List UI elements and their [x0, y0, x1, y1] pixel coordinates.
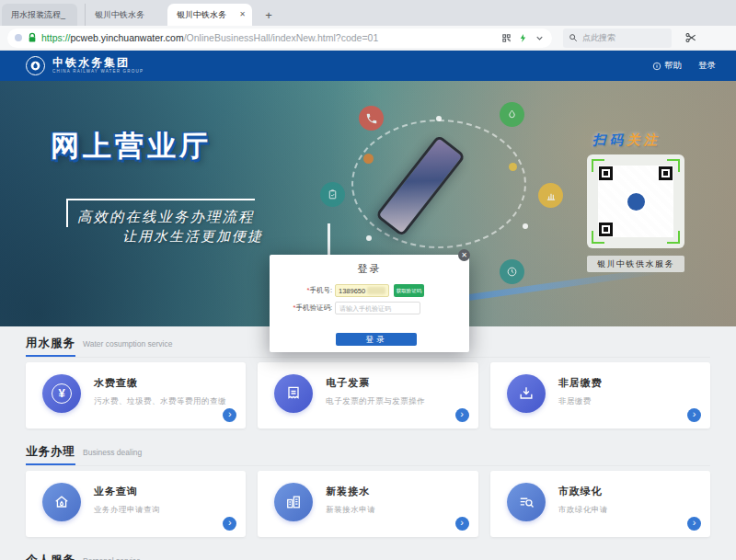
section-header-business: 业务办理 Business dealing [26, 444, 710, 466]
phone-value: 1389650 [339, 287, 365, 295]
clipboard-check-icon [320, 182, 345, 207]
section-title: 业务办理 [26, 444, 75, 465]
yellow-dot [509, 163, 517, 171]
qr-bracket [667, 159, 680, 172]
bar-chart-icon [538, 183, 563, 208]
url-scheme: https [41, 32, 63, 43]
phone-label-text: 手机号: [309, 286, 332, 294]
card-desc: 污水费、垃圾费、水费等费用的查缴 [94, 396, 226, 407]
url-path: /OnlineBusinessHall/indexNew.html?code=0… [184, 32, 379, 43]
login-label: 登录 [698, 60, 716, 72]
yuan-icon: ¥ [42, 374, 81, 413]
brand-name-en: CHINA RAILWAY WATER GROUP [52, 69, 144, 74]
browser-tab-bar: 用水报装流程_ 银川中铁水务 银川中铁水务 ✕ + [0, 0, 736, 26]
redacted-digits [367, 287, 385, 294]
scan-label: 扫码 [592, 132, 627, 147]
card-title: 新装接水 [326, 485, 375, 498]
qr-bracket [592, 159, 604, 172]
clock-icon [500, 259, 524, 284]
chevron-right-icon[interactable]: › [687, 408, 701, 422]
login-submit-button[interactable]: 登录 [336, 333, 417, 346]
water-drop-icon [500, 102, 524, 127]
qr-grid-icon[interactable] [501, 33, 512, 43]
card-water-fee[interactable]: ¥ 水费查缴 污水费、垃圾费、水费等费用的查缴 › [26, 362, 246, 429]
modal-close-icon[interactable]: ✕ [458, 249, 470, 261]
qr-center-logo [626, 191, 647, 212]
qr-bracket [592, 231, 604, 244]
card-desc: 业务办理申请查询 [94, 505, 160, 516]
qr-code-panel [587, 154, 684, 248]
white-dot [366, 235, 372, 241]
qr-code-image [598, 166, 673, 237]
chevron-right-icon[interactable]: › [223, 517, 236, 531]
new-tab-button[interactable]: + [258, 6, 280, 26]
browser-tab-active[interactable]: 银川中铁水务 ✕ [167, 4, 252, 26]
tab-label: 银川中铁水务 [177, 9, 226, 21]
brand: 中铁水务集团 CHINA RAILWAY WATER GROUP [52, 57, 144, 74]
header-login-link[interactable]: 登录 [698, 60, 716, 72]
browser-search-box[interactable] [563, 29, 672, 48]
tab-label: 用水报装流程_ [11, 9, 65, 21]
browser-tab-1[interactable]: 用水报装流程_ [2, 4, 77, 26]
phone-label: *手机号: [270, 286, 332, 295]
search-icon [569, 33, 578, 42]
help-label: 帮助 [664, 60, 682, 72]
qr-caption: 银川中铁供水服务 [587, 256, 684, 272]
verification-code-input[interactable] [335, 302, 420, 314]
lock-icon [28, 32, 37, 43]
card-desc: 新装接水申请 [326, 505, 375, 516]
chevron-right-icon[interactable]: › [223, 408, 236, 422]
url-text: https://pcweb.yinchuanwater.com/OnlineBu… [41, 32, 496, 43]
site-header: 中铁水务集团 CHINA RAILWAY WATER GROUP 帮助 登录 [0, 51, 736, 81]
card-title: 非居缴费 [558, 376, 603, 390]
browser-tab-2[interactable]: 银川中铁水务 [85, 4, 162, 26]
scan-follow-title: 扫码关注 [592, 131, 661, 149]
phone-input[interactable]: 1389650 [335, 284, 389, 297]
main-content: 用水服务 Water cosumption service ¥ 水费查缴 污水费… [0, 326, 736, 560]
info-icon [652, 62, 661, 71]
invoice-icon [274, 374, 313, 413]
follow-label: 关注 [627, 132, 661, 147]
crw-logo-icon [26, 56, 45, 75]
hero-title: 网上营业厅 [51, 127, 212, 166]
card-business-query[interactable]: 业务查询 业务办理申请查询 › [26, 471, 246, 537]
chevron-right-icon[interactable]: › [455, 408, 469, 422]
login-modal: ✕ 登录 *手机号: 1389650 获取验证码 *手机验证码: 登录 [270, 255, 469, 352]
buildings-icon [274, 483, 313, 521]
help-link[interactable]: 帮助 [652, 60, 682, 72]
hero-subtitle-1: 高效的在线业务办理流程 [66, 199, 255, 227]
section-subtitle: Water cosumption service [83, 339, 172, 349]
card-title: 电子发票 [326, 376, 425, 390]
chevron-down-icon[interactable] [535, 33, 545, 43]
card-row-water: ¥ 水费查缴 污水费、垃圾费、水费等费用的查缴 › 电子发票 电子发票的开票与发… [26, 362, 710, 429]
code-label-text: 手机验证码: [295, 303, 332, 312]
card-desc: 非居缴费 [558, 396, 603, 407]
url-separator: :// [63, 32, 71, 43]
scissors-icon[interactable] [684, 31, 697, 44]
card-desc: 电子发票的开票与发票操作 [326, 396, 425, 407]
tab-close-icon[interactable]: ✕ [237, 9, 247, 19]
chevron-right-icon[interactable]: › [455, 517, 469, 531]
code-label: *手机验证码: [270, 303, 332, 313]
card-title: 水费查缴 [94, 376, 226, 390]
address-bar[interactable]: https://pcweb.yinchuanwater.com/OnlineBu… [7, 29, 552, 48]
hero-decoration-bar [328, 223, 330, 255]
lightning-icon[interactable] [518, 33, 528, 43]
search-list-icon [507, 483, 546, 521]
card-e-invoice[interactable]: 电子发票 电子发票的开票与发票操作 › [258, 362, 477, 429]
url-domain: pcweb.yinchuanwater.com [71, 32, 184, 43]
section-subtitle: Personal service [83, 556, 141, 560]
card-new-connection[interactable]: 新装接水 新装接水申请 › [258, 471, 477, 537]
card-title: 市政绿化 [558, 485, 608, 498]
chevron-right-icon[interactable]: › [687, 517, 701, 531]
site-icon [15, 34, 22, 41]
section-title: 个人服务 [26, 553, 75, 560]
browser-toolbar: https://pcweb.yinchuanwater.com/OnlineBu… [0, 26, 736, 51]
card-municipal-greening[interactable]: 市政绿化 市政绿化申请 › [490, 471, 710, 537]
search-input[interactable] [582, 33, 656, 42]
card-non-resident[interactable]: 非居缴费 非居缴费 › [490, 362, 710, 429]
white-dot [523, 223, 528, 229]
tray-download-icon [507, 374, 546, 413]
phone-call-icon [359, 106, 384, 131]
get-code-button[interactable]: 获取验证码 [394, 284, 424, 297]
